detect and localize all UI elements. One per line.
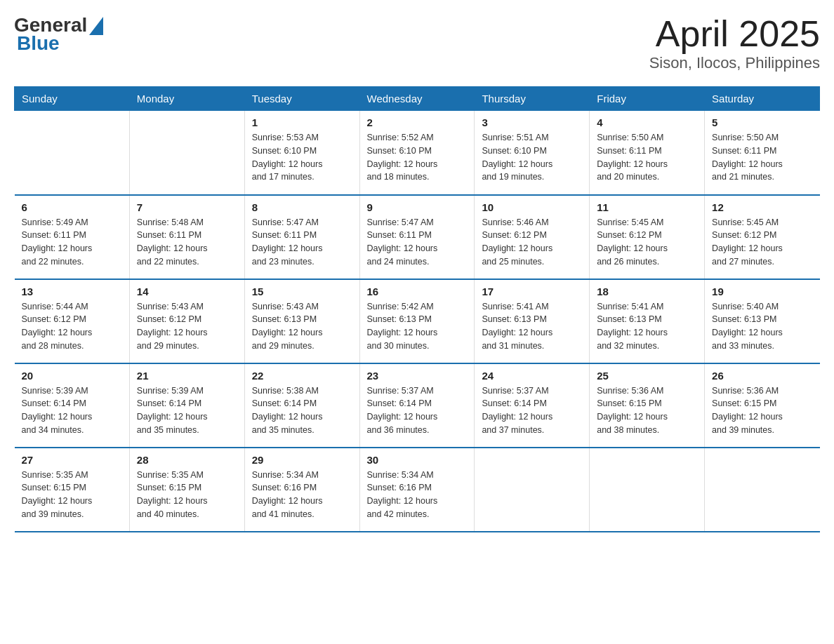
day-info: Sunrise: 5:36 AMSunset: 6:15 PMDaylight:… — [712, 384, 812, 437]
day-cell: 4Sunrise: 5:50 AMSunset: 6:11 PMDaylight… — [590, 111, 705, 195]
day-info: Sunrise: 5:36 AMSunset: 6:15 PMDaylight:… — [597, 384, 697, 437]
day-number: 25 — [597, 370, 697, 382]
header-cell-saturday: Saturday — [705, 87, 820, 111]
calendar-body: 1Sunrise: 5:53 AMSunset: 6:10 PMDaylight… — [15, 111, 820, 532]
day-info: Sunrise: 5:52 AMSunset: 6:10 PMDaylight:… — [367, 131, 468, 184]
calendar-table: SundayMondayTuesdayWednesdayThursdayFrid… — [14, 86, 820, 532]
day-number: 6 — [22, 201, 122, 213]
week-row-3: 13Sunrise: 5:44 AMSunset: 6:12 PMDayligh… — [15, 279, 820, 363]
day-cell: 10Sunrise: 5:46 AMSunset: 6:12 PMDayligh… — [475, 195, 590, 279]
day-info: Sunrise: 5:41 AMSunset: 6:13 PMDaylight:… — [482, 300, 582, 353]
day-info: Sunrise: 5:37 AMSunset: 6:14 PMDaylight:… — [482, 384, 582, 437]
day-number: 1 — [252, 116, 352, 128]
day-number: 30 — [367, 454, 468, 466]
page-title: April 2025 — [649, 14, 820, 54]
day-cell: 9Sunrise: 5:47 AMSunset: 6:11 PMDaylight… — [359, 195, 475, 279]
day-cell: 19Sunrise: 5:40 AMSunset: 6:13 PMDayligh… — [705, 279, 820, 363]
header-cell-monday: Monday — [129, 87, 244, 111]
day-number: 18 — [597, 286, 697, 297]
day-cell: 8Sunrise: 5:47 AMSunset: 6:11 PMDaylight… — [244, 195, 359, 279]
day-number: 27 — [22, 454, 122, 466]
day-number: 8 — [252, 201, 352, 213]
header-cell-thursday: Thursday — [475, 87, 590, 111]
day-cell: 15Sunrise: 5:43 AMSunset: 6:13 PMDayligh… — [244, 279, 359, 363]
calendar-header: SundayMondayTuesdayWednesdayThursdayFrid… — [15, 87, 820, 111]
day-info: Sunrise: 5:42 AMSunset: 6:13 PMDaylight:… — [367, 300, 468, 353]
day-cell: 12Sunrise: 5:45 AMSunset: 6:12 PMDayligh… — [705, 195, 820, 279]
day-info: Sunrise: 5:37 AMSunset: 6:14 PMDaylight:… — [367, 384, 468, 437]
day-info: Sunrise: 5:47 AMSunset: 6:11 PMDaylight:… — [252, 216, 352, 269]
day-number: 28 — [137, 454, 237, 466]
day-cell: 22Sunrise: 5:38 AMSunset: 6:14 PMDayligh… — [244, 363, 359, 448]
day-number: 19 — [712, 286, 812, 297]
day-cell: 29Sunrise: 5:34 AMSunset: 6:16 PMDayligh… — [244, 448, 359, 532]
day-info: Sunrise: 5:35 AMSunset: 6:15 PMDaylight:… — [22, 469, 122, 521]
day-number: 26 — [712, 370, 812, 382]
day-info: Sunrise: 5:47 AMSunset: 6:11 PMDaylight:… — [367, 216, 468, 269]
day-cell: 5Sunrise: 5:50 AMSunset: 6:11 PMDaylight… — [705, 111, 820, 195]
day-number: 24 — [482, 370, 582, 382]
day-info: Sunrise: 5:45 AMSunset: 6:12 PMDaylight:… — [712, 216, 812, 269]
day-info: Sunrise: 5:35 AMSunset: 6:15 PMDaylight:… — [137, 469, 237, 521]
svg-marker-0 — [89, 17, 103, 35]
day-number: 12 — [712, 201, 812, 213]
day-number: 22 — [252, 370, 352, 382]
title-block: April 2025 Sison, Ilocos, Philippines — [649, 14, 820, 72]
day-cell — [590, 448, 705, 532]
day-info: Sunrise: 5:45 AMSunset: 6:12 PMDaylight:… — [597, 216, 697, 269]
day-cell: 16Sunrise: 5:42 AMSunset: 6:13 PMDayligh… — [359, 279, 475, 363]
day-cell: 1Sunrise: 5:53 AMSunset: 6:10 PMDaylight… — [244, 111, 359, 195]
week-row-5: 27Sunrise: 5:35 AMSunset: 6:15 PMDayligh… — [15, 448, 820, 532]
day-info: Sunrise: 5:48 AMSunset: 6:11 PMDaylight:… — [137, 216, 237, 269]
header-cell-tuesday: Tuesday — [244, 87, 359, 111]
day-cell: 25Sunrise: 5:36 AMSunset: 6:15 PMDayligh… — [590, 363, 705, 448]
week-row-2: 6Sunrise: 5:49 AMSunset: 6:11 PMDaylight… — [15, 195, 820, 279]
day-number: 13 — [22, 286, 122, 297]
day-number: 2 — [367, 116, 468, 128]
day-number: 14 — [137, 286, 237, 297]
day-info: Sunrise: 5:39 AMSunset: 6:14 PMDaylight:… — [22, 384, 122, 437]
day-info: Sunrise: 5:44 AMSunset: 6:12 PMDaylight:… — [22, 300, 122, 353]
day-number: 3 — [482, 116, 582, 128]
day-cell: 11Sunrise: 5:45 AMSunset: 6:12 PMDayligh… — [590, 195, 705, 279]
day-info: Sunrise: 5:53 AMSunset: 6:10 PMDaylight:… — [252, 131, 352, 184]
day-info: Sunrise: 5:51 AMSunset: 6:10 PMDaylight:… — [482, 131, 582, 184]
day-cell — [129, 111, 244, 195]
day-info: Sunrise: 5:49 AMSunset: 6:11 PMDaylight:… — [22, 216, 122, 269]
header-cell-sunday: Sunday — [15, 87, 130, 111]
day-cell — [705, 448, 820, 532]
day-number: 9 — [367, 201, 468, 213]
day-info: Sunrise: 5:50 AMSunset: 6:11 PMDaylight:… — [597, 131, 697, 184]
week-row-4: 20Sunrise: 5:39 AMSunset: 6:14 PMDayligh… — [15, 363, 820, 448]
logo-blue-text: Blue — [17, 32, 60, 55]
day-cell: 7Sunrise: 5:48 AMSunset: 6:11 PMDaylight… — [129, 195, 244, 279]
logo: General Blue — [14, 14, 103, 55]
day-cell: 17Sunrise: 5:41 AMSunset: 6:13 PMDayligh… — [475, 279, 590, 363]
day-number: 5 — [712, 116, 812, 128]
day-info: Sunrise: 5:34 AMSunset: 6:16 PMDaylight:… — [252, 469, 352, 521]
header-row: SundayMondayTuesdayWednesdayThursdayFrid… — [15, 87, 820, 111]
header-cell-friday: Friday — [590, 87, 705, 111]
day-cell: 20Sunrise: 5:39 AMSunset: 6:14 PMDayligh… — [15, 363, 130, 448]
day-info: Sunrise: 5:41 AMSunset: 6:13 PMDaylight:… — [597, 300, 697, 353]
day-number: 10 — [482, 201, 582, 213]
day-info: Sunrise: 5:34 AMSunset: 6:16 PMDaylight:… — [367, 469, 468, 521]
day-info: Sunrise: 5:43 AMSunset: 6:12 PMDaylight:… — [137, 300, 237, 353]
day-info: Sunrise: 5:50 AMSunset: 6:11 PMDaylight:… — [712, 131, 812, 184]
day-cell — [475, 448, 590, 532]
day-number: 4 — [597, 116, 697, 128]
day-cell: 23Sunrise: 5:37 AMSunset: 6:14 PMDayligh… — [359, 363, 475, 448]
day-cell: 30Sunrise: 5:34 AMSunset: 6:16 PMDayligh… — [359, 448, 475, 532]
day-cell: 24Sunrise: 5:37 AMSunset: 6:14 PMDayligh… — [475, 363, 590, 448]
day-info: Sunrise: 5:46 AMSunset: 6:12 PMDaylight:… — [482, 216, 582, 269]
day-cell: 3Sunrise: 5:51 AMSunset: 6:10 PMDaylight… — [475, 111, 590, 195]
day-number: 17 — [482, 286, 582, 297]
day-cell: 21Sunrise: 5:39 AMSunset: 6:14 PMDayligh… — [129, 363, 244, 448]
day-cell: 18Sunrise: 5:41 AMSunset: 6:13 PMDayligh… — [590, 279, 705, 363]
day-info: Sunrise: 5:38 AMSunset: 6:14 PMDaylight:… — [252, 384, 352, 437]
day-cell: 6Sunrise: 5:49 AMSunset: 6:11 PMDaylight… — [15, 195, 130, 279]
page-header: General Blue April 2025 Sison, Ilocos, P… — [14, 14, 820, 72]
day-cell: 28Sunrise: 5:35 AMSunset: 6:15 PMDayligh… — [129, 448, 244, 532]
day-number: 29 — [252, 454, 352, 466]
day-cell: 2Sunrise: 5:52 AMSunset: 6:10 PMDaylight… — [359, 111, 475, 195]
